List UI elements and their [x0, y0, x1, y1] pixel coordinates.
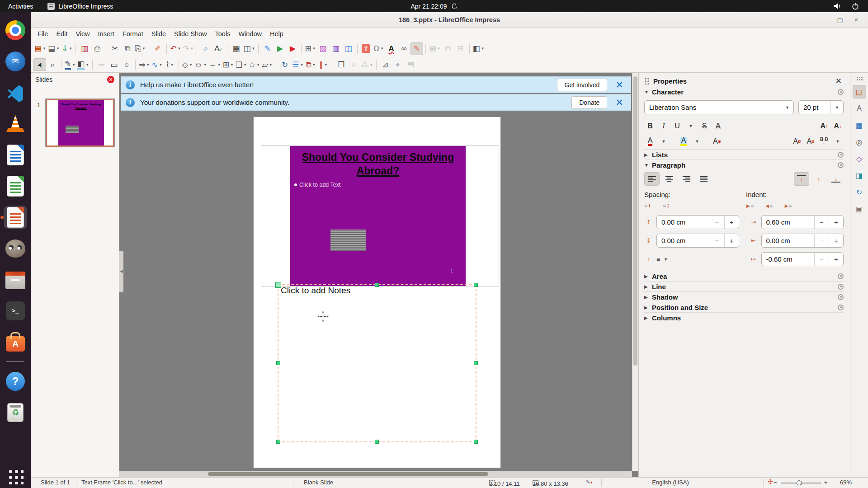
indent-after-value[interactable]: 0.00 cm: [762, 237, 815, 244]
spacing-below-decrement-button[interactable]: −: [710, 234, 724, 247]
font-size-value[interactable]: 20 pt: [799, 103, 830, 111]
panel-collapse-handle[interactable]: ◀: [119, 251, 123, 292]
gluepoints-button[interactable]: ⌖: [392, 58, 404, 71]
slides-panel-close-icon[interactable]: ✕: [107, 76, 114, 83]
underline-button[interactable]: U: [671, 120, 683, 132]
subscript-button[interactable]: AB: [805, 136, 816, 147]
clone-formatting-button[interactable]: ✐: [151, 42, 164, 55]
dock-files[interactable]: [4, 268, 27, 291]
arrange-button[interactable]: ⧉▼: [304, 58, 317, 71]
resize-handle[interactable]: [375, 440, 379, 444]
dropdown-arrow-icon[interactable]: ▼: [269, 63, 273, 67]
align-right-button[interactable]: [679, 172, 694, 186]
dock-help[interactable]: ?: [4, 370, 27, 393]
print-button[interactable]: ⎙: [91, 42, 104, 55]
curves-polygons-button[interactable]: ∿▼: [151, 58, 163, 71]
menu-window[interactable]: Window: [234, 29, 266, 39]
sidebar-tab-gallery[interactable]: ▦: [853, 118, 866, 132]
block-arrows-button[interactable]: ⇔▼: [208, 58, 222, 71]
slide-preview[interactable]: Should You Consider Studying Abroad? Cli…: [261, 145, 499, 286]
superscript-button[interactable]: AB: [791, 136, 803, 147]
align-top-button[interactable]: ↑: [794, 172, 809, 186]
highlight-color-button[interactable]: A: [678, 136, 689, 147]
draw-functions-button[interactable]: ✎: [410, 42, 423, 55]
sidebar-tab-shapes[interactable]: ◇: [853, 152, 866, 165]
language-status[interactable]: English (USA): [637, 479, 704, 486]
insert-image-button[interactable]: ▨: [317, 42, 330, 55]
slide-count-status[interactable]: Slide 1 of 1: [41, 479, 70, 486]
gear-icon[interactable]: [838, 284, 844, 290]
section-paragraph[interactable]: ▼ Paragraph: [644, 160, 844, 170]
menu-tools[interactable]: Tools: [211, 29, 235, 39]
section-lists[interactable]: ▶ Lists: [644, 149, 844, 160]
indent-after-increment-button[interactable]: +: [829, 234, 843, 247]
connectors-button[interactable]: ⌇▼: [164, 58, 176, 71]
sidebar-tab-navigator[interactable]: ◎: [853, 135, 866, 149]
snap-guides-button[interactable]: ◫▼: [242, 42, 256, 55]
increase-font-size-button[interactable]: A↑: [818, 120, 830, 132]
highlight-dropdown-icon[interactable]: ▼: [691, 136, 703, 147]
line-spacing-dropdown-icon[interactable]: ▼: [664, 257, 668, 262]
menu-file[interactable]: File: [33, 29, 52, 39]
copy-button[interactable]: ⧉: [121, 42, 134, 55]
insert-textbox-button[interactable]: T: [360, 42, 373, 55]
banner-close-icon[interactable]: ✕: [613, 98, 626, 107]
italic-button[interactable]: I: [658, 120, 670, 132]
dropdown-arrow-icon[interactable]: ▼: [312, 63, 316, 67]
resize-handle[interactable]: [474, 361, 478, 365]
activities-button[interactable]: Activities: [0, 3, 41, 10]
notes-text-frame[interactable]: Click to add Notes: [278, 284, 476, 442]
sidebar-grip-icon[interactable]: [856, 76, 863, 81]
indent-after-input[interactable]: 0.00 cm−+: [761, 234, 844, 248]
resize-handle[interactable]: [474, 283, 478, 287]
spacing-above-input[interactable]: 0.00 cm−+: [656, 215, 739, 229]
dock-vlc[interactable]: [4, 112, 27, 136]
dropdown-arrow-icon[interactable]: ▼: [217, 63, 221, 67]
gear-icon[interactable]: [838, 162, 844, 168]
cut-button[interactable]: ✂: [108, 42, 121, 55]
spelling-button[interactable]: A: [212, 42, 225, 55]
callouts-button[interactable]: ❏▼: [235, 58, 248, 71]
fontwork-button[interactable]: A: [385, 42, 398, 55]
open-button[interactable]: ⬓▼: [47, 42, 61, 55]
character-spacing-dropdown-icon[interactable]: ▼: [832, 136, 844, 147]
slide-layout-button[interactable]: ◧▼: [472, 42, 486, 55]
spacing-below-increment-button[interactable]: +: [724, 234, 739, 247]
3d-objects-button[interactable]: ▱▼: [261, 58, 274, 71]
align-justified-button[interactable]: [696, 172, 711, 186]
resize-handle[interactable]: [375, 283, 379, 287]
dropdown-arrow-icon[interactable]: ▼: [56, 47, 60, 51]
find-replace-button[interactable]: ⌕: [199, 42, 212, 55]
flowchart-button[interactable]: ⊞▼: [222, 58, 235, 71]
spacing-below-input[interactable]: 0.00 cm−+: [656, 234, 739, 248]
save-button[interactable]: ⇩▼: [61, 42, 73, 55]
dropdown-arrow-icon[interactable]: ▼: [146, 63, 150, 67]
increase-paragraph-spacing-button[interactable]: ≡▲▼: [644, 202, 651, 209]
align-center-button[interactable]: [661, 172, 677, 186]
decrease-font-size-button[interactable]: A↓: [832, 120, 844, 132]
donate-button[interactable]: Donate: [571, 96, 607, 109]
menu-slide-show[interactable]: Slide Show: [170, 29, 211, 39]
dropdown-arrow-icon[interactable]: ▼: [85, 63, 89, 67]
strikethrough-button[interactable]: S: [698, 120, 710, 132]
dropdown-arrow-icon[interactable]: ▼: [177, 47, 181, 51]
font-name-combobox[interactable]: Liberation Sans ▼: [644, 100, 794, 114]
menu-edit[interactable]: Edit: [52, 29, 71, 39]
stars-banners-button[interactable]: ☆▼: [248, 58, 261, 71]
dropdown-arrow-icon[interactable]: ▼: [42, 47, 46, 51]
resize-handle[interactable]: [276, 361, 280, 365]
align-bottom-button[interactable]: ↓: [828, 172, 844, 186]
dock-gimp[interactable]: [4, 237, 27, 260]
dropdown-arrow-icon[interactable]: ▼: [69, 47, 72, 51]
ellipse-button[interactable]: ○: [120, 58, 133, 71]
indent-first-line-increment-button[interactable]: +: [829, 253, 843, 266]
dock-libreoffice-calc[interactable]: [4, 174, 27, 198]
hanging-indent-button[interactable]: ▶≡: [785, 202, 792, 209]
notes-page[interactable]: Should You Consider Studying Abroad? Cli…: [253, 117, 501, 468]
basic-shapes-button[interactable]: ◇▼: [181, 58, 194, 71]
section-shadow[interactable]: ▶Shadow: [644, 291, 844, 302]
font-color-button[interactable]: A: [644, 136, 656, 147]
vertical-scrollbar[interactable]: [632, 73, 638, 471]
points-button[interactable]: ⊿: [379, 58, 392, 71]
dropdown-arrow-icon[interactable]: ▼: [380, 47, 384, 51]
